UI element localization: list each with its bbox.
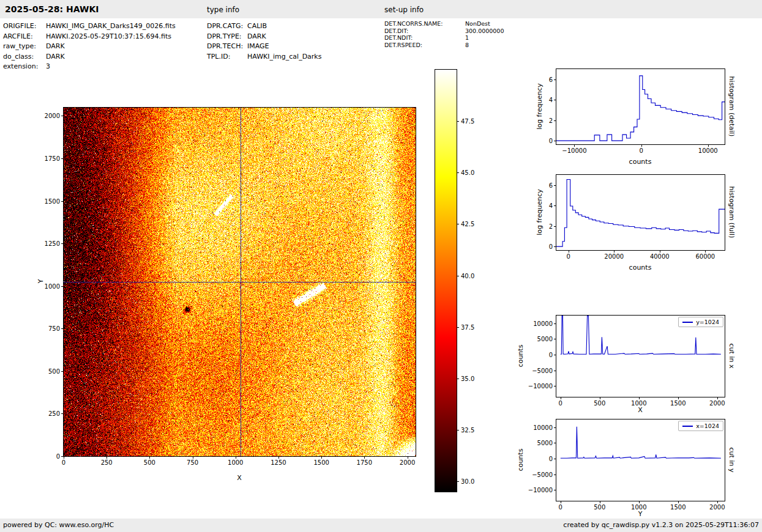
legend-label: y=1024 [696,319,719,325]
legend: y=1024 [678,317,723,327]
x-tick-label: 40000 [650,253,670,260]
y-tick-label: −10000 [528,487,553,493]
y-tick-label: 6 [549,182,553,188]
cut-y-title: cut in y [728,448,736,473]
meta-key: DPR.TYPE: [207,32,247,42]
meta-value: CALIB [247,22,267,30]
y-tick-label: 6 [549,76,553,83]
main-image-canvas [64,108,416,456]
x-tick-mark [236,456,236,459]
y-tick-mark [61,371,64,372]
y-tick-label: 0 [549,243,553,250]
y-tick-mark [61,456,64,457]
meta-row: DPR.TYPE:DARK [207,32,321,42]
meta-key: DET.DIT: [384,28,465,35]
y-tick-mark [61,158,64,159]
y-tick-mark [61,413,64,414]
meta-value: HAWKI_img_cal_Darks [247,53,321,61]
meta-key: DPR.CATG: [207,21,247,32]
meta-value: NonDest [465,20,490,27]
colorbar-tick-mark [457,224,459,224]
x-tick-label: 2000 [709,504,725,511]
cut-x-xlabel: X [638,406,643,414]
x-tick-label: 20000 [604,253,624,260]
x-tick-label: 1500 [313,459,329,466]
x-tick-mark [278,456,279,459]
histogram-detail-svg [556,69,725,144]
y-tick-mark [554,323,556,324]
legend-line-swatch [682,426,693,427]
meta-row: DET.RSPEED:8 [384,42,504,49]
x-tick-mark [64,456,64,459]
x-tick-label: 0 [567,253,570,260]
colorbar: 47.545.042.540.037.535.032.530.0 [435,69,457,492]
hist-detail-ylabel: log frequency [536,83,543,129]
meta-value: HAWKI_IMG_DARK_Darks149_0026.fits [46,22,176,30]
x-tick-label: 2000 [400,459,415,466]
y-tick-label: 2 [549,117,553,124]
x-tick-label: 0 [559,504,562,511]
colorbar-tick-mark [457,379,459,379]
x-tick-mark [717,501,718,503]
x-tick-mark [639,397,640,399]
y-tick-label: 1500 [45,198,60,204]
x-tick-mark [561,501,561,503]
x-tick-mark [574,144,575,147]
page-title: 2025-05-28: HAWKI [5,4,99,14]
cut-in-x-plot: y=1024 0500100015002000−10000−5000050001… [556,315,725,397]
y-tick-mark [554,226,556,227]
meta-value: IMAGE [247,42,269,50]
y-tick-label: 2 [549,223,553,229]
meta-row: TPL.ID:HAWKI_img_cal_Darks [207,52,321,62]
meta-value: DARK [247,32,266,40]
y-tick-mark [554,355,556,355]
cut-y-xlabel: Y [638,510,643,518]
meta-value: 8 [465,42,469,48]
x-tick-label: 1750 [357,459,372,466]
x-tick-label: 500 [594,400,605,407]
x-tick-mark [600,397,600,399]
legend-label: x=1024 [696,423,719,429]
y-tick-mark [554,246,556,247]
x-tick-mark [149,456,150,459]
x-tick-mark [641,144,642,147]
y-tick-mark [61,116,64,116]
y-tick-label: 2000 [45,113,60,119]
x-tick-label: 0 [62,459,65,466]
meta-key: TPL.ID: [207,52,247,62]
y-tick-mark [554,386,556,386]
x-tick-label: 500 [594,504,605,511]
x-tick-mark [678,501,679,503]
y-tick-label: 750 [48,325,60,332]
footer-bar: powered by QC: www.eso.org/HC created by… [0,519,762,532]
colorbar-tick-label: 47.5 [461,118,474,125]
y-tick-mark [554,79,556,80]
y-tick-mark [61,286,64,287]
meta-key: extension: [3,62,46,72]
legend: x=1024 [678,421,723,431]
meta-row: DPR.CATG:CALIB [207,21,321,32]
x-tick-label: 60000 [695,253,715,260]
cut-in-y-svg [556,419,725,501]
hist-full-ylabel: log frequency [536,189,543,235]
y-tick-mark [554,205,556,206]
y-tick-mark [61,201,64,202]
y-tick-label: −10000 [528,383,553,390]
y-tick-label: 0 [549,138,553,144]
meta-key: DET.RSPEED: [384,42,465,49]
y-tick-mark [61,243,64,244]
type-info-block: DPR.CATG:CALIB DPR.TYPE:DARK DPR.TECH:IM… [207,21,321,62]
histogram-full-svg [556,175,725,250]
y-tick-label: 5000 [537,336,553,342]
y-tick-label: −5000 [532,471,553,478]
footer-right-text: created by qc_rawdisp.py v1.2.3 on 2025-… [563,521,759,529]
y-tick-mark [554,339,556,339]
meta-value: 300.0000000 [465,28,504,34]
meta-value: DARK [46,53,65,61]
meta-row: ARCFILE:HAWKI.2025-05-29T10:37:15.694.fi… [3,32,176,42]
meta-key: do_class: [3,52,46,62]
x-tick-label: 1500 [670,504,685,511]
x-tick-label: 0 [559,400,562,407]
y-tick-mark [554,100,556,100]
colorbar-tick-mark [457,276,459,276]
